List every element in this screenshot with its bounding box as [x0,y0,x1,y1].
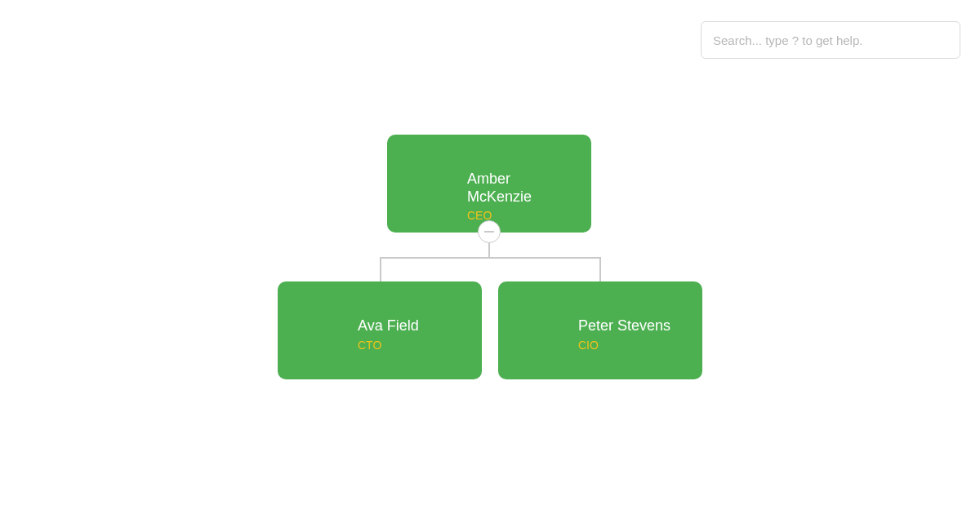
org-node-name: Ava Field [358,317,466,335]
org-node-cto[interactable]: Ava Field CTO [278,281,482,379]
org-node-cio[interactable]: Peter Stevens CIO [498,281,702,379]
collapse-toggle[interactable] [478,220,501,243]
connector-line [380,257,381,281]
org-node-ceo[interactable]: Amber McKenzie CEO [387,135,591,233]
org-chart: Amber McKenzie CEO Ava Field CTO Peter S… [0,0,980,514]
org-node-title: CIO [578,339,686,352]
org-node-name: Amber McKenzie [467,171,575,206]
org-node-title: CTO [358,339,466,352]
org-node-title: CEO [467,209,575,222]
minus-icon [484,231,494,233]
org-node-name: Peter Stevens [578,317,686,335]
connector-line [599,257,601,281]
connector-line [380,257,601,259]
